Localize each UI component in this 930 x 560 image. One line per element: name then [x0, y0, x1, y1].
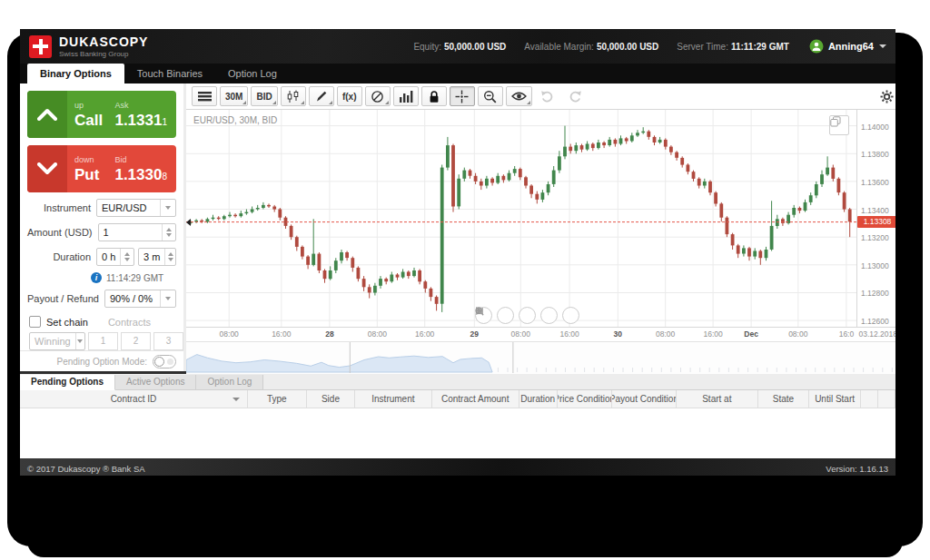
username: Anning64 [828, 41, 874, 52]
tab-option-log[interactable]: Option Log [215, 64, 290, 84]
formula-button[interactable]: f(x) [337, 86, 362, 106]
price-tick-label: 1.12800 [861, 289, 889, 298]
chart-step-right-button[interactable] [562, 307, 579, 324]
bid-price: 1.13308 [114, 166, 167, 183]
redo-icon-redo-button[interactable] [563, 86, 589, 106]
bars-icon-volume-button[interactable] [393, 86, 419, 106]
amount-stepper[interactable]: 1 [98, 223, 176, 241]
axis-date: 03.12.2018 [858, 329, 895, 339]
window-frame-base [27, 537, 903, 557]
copyright-text: © 2017 Dukascopy ® Bank SA [27, 464, 145, 474]
column-header-empty [878, 390, 895, 408]
pending-option-mode-toggle[interactable] [153, 355, 176, 368]
duration-label: Duration [27, 251, 96, 262]
chart-zoom-plus-button[interactable] [540, 307, 558, 324]
tab-touch-binaries[interactable]: Touch Binaries [124, 64, 215, 84]
set-chain-checkbox[interactable] [29, 316, 41, 328]
chart-zoom-minus-button[interactable] [497, 307, 514, 324]
crosshair-icon-crosshair-button[interactable] [450, 86, 475, 106]
brand-name: DUKASCOPY [59, 35, 148, 48]
user-menu-caret-icon [879, 44, 886, 48]
chart-nav-buttons [475, 307, 579, 324]
order-panel: upCall Ask1.13311 downPut Bid1.13308 Ins… [20, 84, 186, 371]
time-tick-label: 08:00 [656, 329, 675, 339]
amount-label: Amount (USD) [27, 227, 98, 238]
time-tick-label: 28 [325, 329, 333, 339]
chevron-down-icon [160, 200, 175, 216]
chain-contract-input[interactable]: 2 [121, 332, 151, 350]
time-tick-label: 08:00 [368, 329, 387, 339]
gear-icon-settings-button[interactable] [880, 90, 894, 103]
price-axis[interactable]: 1.140001.138001.136001.134001.132001.130… [856, 110, 895, 327]
price-tick-label: 1.12600 [861, 317, 889, 326]
column-header-start-at: Start at [677, 390, 757, 408]
candles-icon-chart-type-button[interactable] [281, 86, 306, 106]
sort-caret-icon[interactable] [232, 398, 240, 401]
column-header-type: Type [248, 390, 307, 408]
popout-chart-button[interactable] [829, 115, 849, 135]
price-tick-label: 1.13200 [861, 233, 889, 242]
instrument-label: Instrument [27, 202, 96, 213]
instrument-select[interactable]: EUR/USD [96, 199, 176, 217]
chevron-down-icon [27, 145, 67, 192]
time-tick-label: 16:00 [703, 329, 722, 339]
column-header-side: Side [307, 390, 355, 408]
chart-navigator[interactable] [186, 341, 895, 374]
header-account-info: Equity:50,000.00 USD Available Margin:50… [401, 39, 886, 54]
time-tick-label: 08:00 [220, 329, 239, 339]
put-direction-label: down [74, 156, 114, 164]
call-label: Call [74, 112, 103, 129]
payout-refund-label: Payout / Refund [27, 293, 104, 304]
lock-icon-lock-button[interactable] [421, 86, 447, 106]
pencil-icon-drawings-button[interactable] [309, 86, 334, 106]
expiry-time: 11:14:29 GMT [106, 273, 163, 283]
menu-icon-chart-menu-button[interactable] [192, 86, 217, 106]
panel-collapse-handle[interactable] [186, 219, 191, 226]
put-button[interactable]: downPut Bid1.13308 [27, 145, 176, 192]
user-menu[interactable]: Anning64 [809, 39, 886, 54]
zoom-out-icon-zoom-out-button[interactable] [478, 86, 503, 106]
time-tick-label: 08:00 [511, 329, 530, 339]
chart-toolbar: 30MBIDf(x) [186, 84, 895, 110]
chain-contract-input[interactable]: 1 [88, 332, 118, 350]
main-nav-tabs: Binary OptionsTouch BinariesOption Log [20, 64, 895, 84]
winning-select[interactable]: Winning [29, 332, 85, 350]
tab-binary-options[interactable]: Binary Options [27, 64, 124, 84]
call-direction-label: up [74, 102, 114, 110]
orders-tab-pending-options[interactable]: Pending Options [20, 375, 115, 390]
stepper-arrows-icon[interactable] [162, 224, 175, 241]
stepper-arrows-icon[interactable] [164, 249, 175, 265]
payout-refund-select[interactable]: 90% / 0% [104, 290, 176, 308]
orders-table-body[interactable] [20, 408, 895, 458]
pending-option-mode-row: Pending Option Mode: [20, 350, 183, 371]
column-header-contract-id[interactable]: Contract ID [20, 390, 248, 408]
duration-minutes-stepper[interactable]: 3 m [138, 248, 176, 266]
price-side-button[interactable]: BID [251, 86, 277, 106]
candlestick-chart[interactable]: EUR/USD, 30M, BID [186, 110, 856, 327]
price-tick-label: 1.13400 [861, 206, 889, 215]
brand-block: DUKASCOPY Swiss Banking Group [59, 35, 148, 58]
circle-slash-icon-indicators-button[interactable] [365, 86, 391, 106]
chart-symbol-label: EUR/USD, 30M, BID [193, 115, 277, 125]
chart-jump-latest-button[interactable] [519, 307, 536, 324]
time-axis[interactable]: 03.12.2018 08:0016:002808:0016:002908:00… [186, 327, 895, 341]
eye-icon-visibility-button[interactable] [506, 86, 532, 106]
stepper-arrows-icon[interactable] [120, 249, 134, 265]
call-button[interactable]: upCall Ask1.13311 [27, 91, 176, 138]
undo-icon-undo-button[interactable] [535, 86, 560, 106]
orders-tab-option-log[interactable]: Option Log [196, 375, 263, 389]
duration-hours-stepper[interactable]: 0 h [96, 248, 134, 266]
app-footer: © 2017 Dukascopy ® Bank SA Version: 1.16… [20, 458, 895, 476]
orders-tabs: Pending OptionsActive OptionsOption Log [20, 374, 895, 390]
chain-contract-input[interactable]: 3 [153, 332, 183, 350]
chevron-down-icon [75, 333, 84, 349]
ask-label: Ask [114, 102, 167, 110]
orders-tab-active-options[interactable]: Active Options [115, 375, 196, 389]
ask-price: 1.13311 [114, 112, 167, 129]
column-header-instrument: Instrument [355, 390, 432, 408]
put-label: Put [74, 166, 99, 183]
period-button[interactable]: 30M [220, 86, 248, 106]
popout-icon [830, 116, 841, 127]
time-tick-label: 16:0 [839, 329, 855, 339]
time-tick-label: Dec [744, 329, 758, 339]
